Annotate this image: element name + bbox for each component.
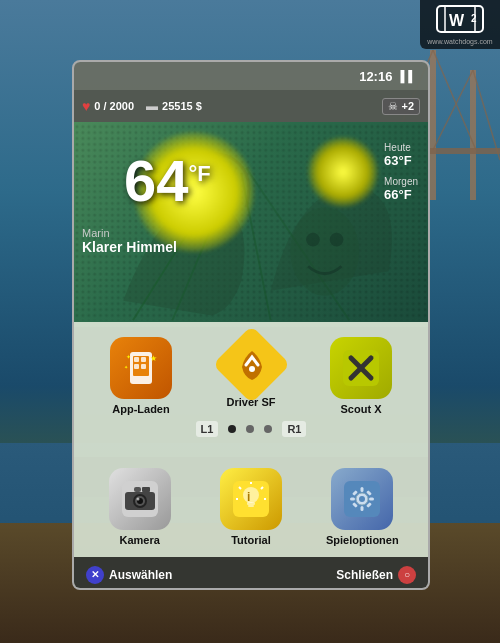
watchdogs-logo: W 2 www.watchdogs.com <box>420 0 500 55</box>
forecast-today-temp: 63°F <box>384 153 418 168</box>
app-row-1: ★ ✦ ✦ App-Laden <box>101 337 401 415</box>
svg-line-5 <box>473 70 500 160</box>
app-laden-icon[interactable]: ★ ✦ ✦ <box>110 337 172 399</box>
svg-rect-25 <box>134 364 139 369</box>
svg-rect-0 <box>430 50 436 200</box>
svg-rect-26 <box>141 364 146 369</box>
forecast-tomorrow: Morgen 66°F <box>384 176 418 202</box>
x-button-icon: ✕ <box>86 566 104 584</box>
location-name: Marin <box>82 227 177 239</box>
svg-rect-57 <box>350 498 355 501</box>
kamera-label: Kamera <box>119 534 159 546</box>
enemy-count: +2 <box>401 100 414 112</box>
scout-x-label: Scout X <box>341 403 382 415</box>
o-button-icon: ○ <box>398 566 416 584</box>
svg-text:✦: ✦ <box>124 364 128 370</box>
location-label: Marin Klarer Himmel <box>82 227 177 255</box>
close-label: Schließen <box>336 568 393 582</box>
svg-line-4 <box>433 70 473 150</box>
svg-point-18 <box>290 207 359 296</box>
hud-right: ☠ +2 <box>382 98 420 115</box>
bottom-app-row: Kamera i <box>74 457 428 557</box>
scout-x-icon[interactable] <box>330 337 392 399</box>
forecast-panel: Heute 63°F Morgen 66°F <box>384 142 418 210</box>
svg-rect-45 <box>248 505 254 507</box>
svg-point-43 <box>243 487 259 503</box>
nav-dot-1 <box>228 425 236 433</box>
svg-point-19 <box>306 233 320 247</box>
svg-rect-58 <box>369 498 374 501</box>
forecast-today-label: Heute <box>384 142 418 153</box>
nav-dot-2 <box>246 425 254 433</box>
kamera-icon[interactable] <box>109 468 171 530</box>
app-item-scout-x[interactable]: Scout X <box>321 337 401 415</box>
nav-dot-3 <box>264 425 272 433</box>
svg-text:✦: ✦ <box>126 354 131 360</box>
bottom-bar: ✕ Auswählen Schließen ○ <box>74 557 428 590</box>
phone-overlay: 12:16 ▌▌ ♥ 0 / 2000 ▬ 25515 $ ☠ +2 <box>72 60 430 590</box>
svg-rect-1 <box>470 70 476 200</box>
money-display: ▬ 25515 $ <box>146 99 202 113</box>
app-item-kamera[interactable]: Kamera <box>100 468 180 546</box>
weather-glow-secondary <box>308 137 378 207</box>
website-url: www.watchdogs.com <box>426 38 494 45</box>
weather-section: 64°F Marin Klarer Himmel Heute 63°F Morg… <box>74 122 428 322</box>
tutorial-label: Tutorial <box>231 534 271 546</box>
svg-rect-24 <box>141 357 146 362</box>
enemy-badge: ☠ +2 <box>382 98 420 115</box>
weather-condition: Klarer Himmel <box>82 239 177 255</box>
wd-symbol: W 2 <box>426 4 494 38</box>
app-item-driver-sf[interactable]: Driver SF <box>211 337 291 415</box>
svg-line-47 <box>261 487 263 489</box>
heart-icon: ♥ <box>82 98 90 114</box>
svg-point-54 <box>359 496 365 502</box>
svg-line-49 <box>239 487 241 489</box>
temp-value: 64°F <box>124 148 211 213</box>
svg-rect-40 <box>142 487 150 492</box>
select-label: Auswählen <box>109 568 172 582</box>
money-icon: ▬ <box>146 99 158 113</box>
status-bar: 12:16 ▌▌ <box>74 62 428 90</box>
svg-text:W: W <box>449 12 465 29</box>
app-item-tutorial[interactable]: i Tutorial <box>211 468 291 546</box>
health-display: ♥ 0 / 2000 <box>82 98 134 114</box>
nav-btn-l1[interactable]: L1 <box>196 421 219 437</box>
svg-text:★: ★ <box>150 354 157 363</box>
nav-dots: L1 R1 <box>196 421 307 437</box>
close-action[interactable]: Schließen ○ <box>336 566 416 584</box>
svg-rect-41 <box>134 487 141 492</box>
app-item-spieloptionen[interactable]: Spieloptionen <box>322 468 402 546</box>
skull-icon: ☠ <box>388 100 398 113</box>
forecast-tomorrow-label: Morgen <box>384 176 418 187</box>
spieloptionen-icon[interactable] <box>331 468 393 530</box>
svg-point-39 <box>136 498 139 501</box>
signal-icon: ▌▌ <box>400 70 416 82</box>
forecast-today: Heute 63°F <box>384 142 418 168</box>
spieloptionen-label: Spieloptionen <box>326 534 399 546</box>
hud-bar: ♥ 0 / 2000 ▬ 25515 $ ☠ +2 <box>74 90 428 122</box>
select-action[interactable]: ✕ Auswählen <box>86 566 172 584</box>
svg-line-3 <box>433 50 476 150</box>
app-item-app-laden[interactable]: ★ ✦ ✦ App-Laden <box>101 337 181 415</box>
svg-rect-55 <box>361 487 364 492</box>
money-value: 25515 $ <box>162 100 202 112</box>
main-temperature: 64°F <box>124 152 211 210</box>
status-time: 12:16 <box>359 69 392 84</box>
forecast-tomorrow-temp: 66°F <box>384 187 418 202</box>
tutorial-icon[interactable]: i <box>220 468 282 530</box>
svg-rect-56 <box>361 506 364 511</box>
svg-point-20 <box>330 233 344 247</box>
nav-btn-r1[interactable]: R1 <box>282 421 306 437</box>
app-laden-label: App-Laden <box>112 403 169 415</box>
svg-text:i: i <box>247 490 250 504</box>
health-value: 0 / 2000 <box>94 100 134 112</box>
driver-sf-icon[interactable] <box>212 326 290 404</box>
svg-rect-23 <box>134 357 139 362</box>
svg-text:2: 2 <box>471 13 477 24</box>
